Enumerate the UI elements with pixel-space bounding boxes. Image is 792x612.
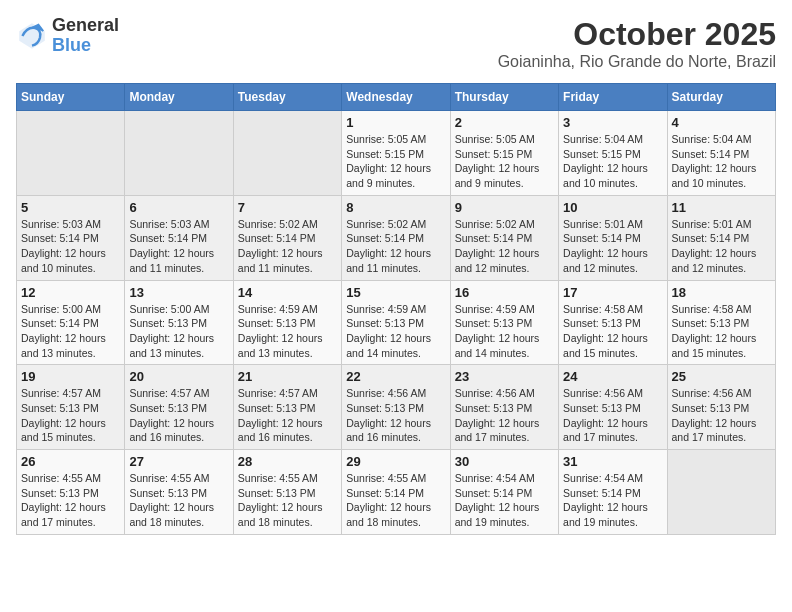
day-info: Sunrise: 4:55 AM Sunset: 5:13 PM Dayligh…: [21, 471, 120, 530]
calendar-week-1: 1Sunrise: 5:05 AM Sunset: 5:15 PM Daylig…: [17, 111, 776, 196]
calendar-cell: 11Sunrise: 5:01 AM Sunset: 5:14 PM Dayli…: [667, 195, 775, 280]
calendar-cell: 14Sunrise: 4:59 AM Sunset: 5:13 PM Dayli…: [233, 280, 341, 365]
day-info: Sunrise: 4:56 AM Sunset: 5:13 PM Dayligh…: [346, 386, 445, 445]
day-info: Sunrise: 4:59 AM Sunset: 5:13 PM Dayligh…: [238, 302, 337, 361]
day-number: 2: [455, 115, 554, 130]
day-info: Sunrise: 4:57 AM Sunset: 5:13 PM Dayligh…: [21, 386, 120, 445]
day-number: 28: [238, 454, 337, 469]
calendar-cell: 16Sunrise: 4:59 AM Sunset: 5:13 PM Dayli…: [450, 280, 558, 365]
calendar-cell: 6Sunrise: 5:03 AM Sunset: 5:14 PM Daylig…: [125, 195, 233, 280]
calendar-cell: 25Sunrise: 4:56 AM Sunset: 5:13 PM Dayli…: [667, 365, 775, 450]
calendar-cell: 28Sunrise: 4:55 AM Sunset: 5:13 PM Dayli…: [233, 450, 341, 535]
day-number: 22: [346, 369, 445, 384]
day-number: 23: [455, 369, 554, 384]
calendar-cell: 5Sunrise: 5:03 AM Sunset: 5:14 PM Daylig…: [17, 195, 125, 280]
day-info: Sunrise: 4:55 AM Sunset: 5:13 PM Dayligh…: [129, 471, 228, 530]
calendar-cell: [667, 450, 775, 535]
day-number: 20: [129, 369, 228, 384]
calendar-cell: 31Sunrise: 4:54 AM Sunset: 5:14 PM Dayli…: [559, 450, 667, 535]
day-number: 21: [238, 369, 337, 384]
calendar-cell: 21Sunrise: 4:57 AM Sunset: 5:13 PM Dayli…: [233, 365, 341, 450]
day-number: 11: [672, 200, 771, 215]
day-number: 19: [21, 369, 120, 384]
calendar-cell: 26Sunrise: 4:55 AM Sunset: 5:13 PM Dayli…: [17, 450, 125, 535]
day-info: Sunrise: 4:54 AM Sunset: 5:14 PM Dayligh…: [563, 471, 662, 530]
day-number: 31: [563, 454, 662, 469]
calendar-cell: 19Sunrise: 4:57 AM Sunset: 5:13 PM Dayli…: [17, 365, 125, 450]
calendar-week-3: 12Sunrise: 5:00 AM Sunset: 5:14 PM Dayli…: [17, 280, 776, 365]
day-number: 9: [455, 200, 554, 215]
calendar-cell: 17Sunrise: 4:58 AM Sunset: 5:13 PM Dayli…: [559, 280, 667, 365]
day-info: Sunrise: 5:02 AM Sunset: 5:14 PM Dayligh…: [346, 217, 445, 276]
day-info: Sunrise: 5:03 AM Sunset: 5:14 PM Dayligh…: [21, 217, 120, 276]
calendar-cell: 22Sunrise: 4:56 AM Sunset: 5:13 PM Dayli…: [342, 365, 450, 450]
day-number: 15: [346, 285, 445, 300]
calendar-cell: 3Sunrise: 5:04 AM Sunset: 5:15 PM Daylig…: [559, 111, 667, 196]
logo-text: General Blue: [52, 16, 119, 56]
day-info: Sunrise: 4:55 AM Sunset: 5:13 PM Dayligh…: [238, 471, 337, 530]
day-info: Sunrise: 4:56 AM Sunset: 5:13 PM Dayligh…: [563, 386, 662, 445]
day-info: Sunrise: 4:57 AM Sunset: 5:13 PM Dayligh…: [129, 386, 228, 445]
day-info: Sunrise: 5:03 AM Sunset: 5:14 PM Dayligh…: [129, 217, 228, 276]
page-header: General Blue October 2025 Goianinha, Rio…: [16, 16, 776, 71]
day-number: 1: [346, 115, 445, 130]
day-info: Sunrise: 5:02 AM Sunset: 5:14 PM Dayligh…: [238, 217, 337, 276]
day-number: 18: [672, 285, 771, 300]
header-row: SundayMondayTuesdayWednesdayThursdayFrid…: [17, 84, 776, 111]
calendar-cell: 1Sunrise: 5:05 AM Sunset: 5:15 PM Daylig…: [342, 111, 450, 196]
day-number: 13: [129, 285, 228, 300]
day-info: Sunrise: 4:59 AM Sunset: 5:13 PM Dayligh…: [455, 302, 554, 361]
day-info: Sunrise: 5:05 AM Sunset: 5:15 PM Dayligh…: [346, 132, 445, 191]
day-info: Sunrise: 4:58 AM Sunset: 5:13 PM Dayligh…: [672, 302, 771, 361]
logo-icon: [16, 20, 48, 52]
day-number: 5: [21, 200, 120, 215]
day-info: Sunrise: 4:57 AM Sunset: 5:13 PM Dayligh…: [238, 386, 337, 445]
day-number: 25: [672, 369, 771, 384]
calendar-cell: 8Sunrise: 5:02 AM Sunset: 5:14 PM Daylig…: [342, 195, 450, 280]
day-number: 4: [672, 115, 771, 130]
calendar-cell: 4Sunrise: 5:04 AM Sunset: 5:14 PM Daylig…: [667, 111, 775, 196]
day-info: Sunrise: 4:59 AM Sunset: 5:13 PM Dayligh…: [346, 302, 445, 361]
calendar-cell: 9Sunrise: 5:02 AM Sunset: 5:14 PM Daylig…: [450, 195, 558, 280]
calendar-cell: [233, 111, 341, 196]
day-info: Sunrise: 4:56 AM Sunset: 5:13 PM Dayligh…: [672, 386, 771, 445]
day-number: 29: [346, 454, 445, 469]
day-info: Sunrise: 5:01 AM Sunset: 5:14 PM Dayligh…: [563, 217, 662, 276]
month-title: October 2025: [498, 16, 776, 53]
calendar-cell: 27Sunrise: 4:55 AM Sunset: 5:13 PM Dayli…: [125, 450, 233, 535]
logo-blue: Blue: [52, 35, 91, 55]
header-day-sunday: Sunday: [17, 84, 125, 111]
header-day-wednesday: Wednesday: [342, 84, 450, 111]
calendar-cell: 23Sunrise: 4:56 AM Sunset: 5:13 PM Dayli…: [450, 365, 558, 450]
calendar-cell: 7Sunrise: 5:02 AM Sunset: 5:14 PM Daylig…: [233, 195, 341, 280]
calendar-body: 1Sunrise: 5:05 AM Sunset: 5:15 PM Daylig…: [17, 111, 776, 535]
header-day-monday: Monday: [125, 84, 233, 111]
day-info: Sunrise: 5:00 AM Sunset: 5:14 PM Dayligh…: [21, 302, 120, 361]
day-number: 26: [21, 454, 120, 469]
calendar-cell: 2Sunrise: 5:05 AM Sunset: 5:15 PM Daylig…: [450, 111, 558, 196]
calendar-cell: [125, 111, 233, 196]
location-title: Goianinha, Rio Grande do Norte, Brazil: [498, 53, 776, 71]
day-number: 16: [455, 285, 554, 300]
calendar-week-4: 19Sunrise: 4:57 AM Sunset: 5:13 PM Dayli…: [17, 365, 776, 450]
title-section: October 2025 Goianinha, Rio Grande do No…: [498, 16, 776, 71]
day-number: 30: [455, 454, 554, 469]
day-number: 17: [563, 285, 662, 300]
day-number: 8: [346, 200, 445, 215]
header-day-friday: Friday: [559, 84, 667, 111]
calendar-cell: 30Sunrise: 4:54 AM Sunset: 5:14 PM Dayli…: [450, 450, 558, 535]
day-number: 27: [129, 454, 228, 469]
day-number: 3: [563, 115, 662, 130]
calendar-cell: 10Sunrise: 5:01 AM Sunset: 5:14 PM Dayli…: [559, 195, 667, 280]
calendar-table: SundayMondayTuesdayWednesdayThursdayFrid…: [16, 83, 776, 535]
calendar-cell: [17, 111, 125, 196]
day-info: Sunrise: 4:56 AM Sunset: 5:13 PM Dayligh…: [455, 386, 554, 445]
calendar-cell: 24Sunrise: 4:56 AM Sunset: 5:13 PM Dayli…: [559, 365, 667, 450]
calendar-cell: 15Sunrise: 4:59 AM Sunset: 5:13 PM Dayli…: [342, 280, 450, 365]
calendar-cell: 18Sunrise: 4:58 AM Sunset: 5:13 PM Dayli…: [667, 280, 775, 365]
day-number: 14: [238, 285, 337, 300]
day-number: 7: [238, 200, 337, 215]
day-number: 6: [129, 200, 228, 215]
calendar-week-5: 26Sunrise: 4:55 AM Sunset: 5:13 PM Dayli…: [17, 450, 776, 535]
logo: General Blue: [16, 16, 119, 56]
